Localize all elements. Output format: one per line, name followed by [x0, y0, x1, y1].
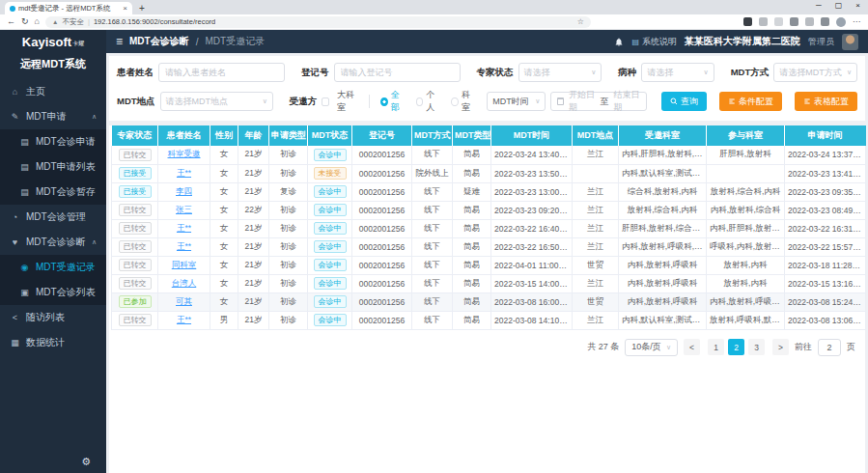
sidebar-item-follow-up-list[interactable]: <随访列表	[0, 305, 106, 330]
cell-age: 21岁	[238, 292, 269, 311]
cell-gender: 女	[210, 256, 238, 274]
chevron-down-icon: ∨	[263, 97, 267, 105]
cell-reg_no: 0002001256	[352, 311, 412, 329]
patient-name-link[interactable]: 科室受邀	[168, 149, 201, 158]
goto-page-input[interactable]	[818, 339, 841, 356]
sidebar-item-mdt-apply-list[interactable]: ▤MDT申请列表	[0, 154, 106, 180]
cell-invited_depts: 内科,放射科,呼吸科	[619, 274, 707, 292]
reg-no-input[interactable]	[334, 63, 461, 82]
window-minimize-button[interactable]: ─	[816, 1, 822, 10]
mdt-place-select[interactable]: 请选择MDT地点∨	[160, 92, 273, 111]
column-header-join_depts: 参与科室	[707, 125, 785, 146]
patient-name-link[interactable]: 张三	[176, 205, 192, 214]
date-range-picker[interactable]: 开始日期 至 结束日期	[550, 92, 647, 111]
refresh-button[interactable]: ↻	[21, 17, 29, 26]
browser-menu-icon[interactable]: ⋯	[853, 17, 861, 26]
sidebar-item-mdt-consult-diagnosis[interactable]: ♥MDT会诊诊断∧	[0, 230, 106, 255]
table-row: 已转交张三女22岁初诊会诊中0002001256线下简易2022-03-23 0…	[112, 201, 866, 219]
page-button-3[interactable]: 3	[748, 339, 765, 355]
settings-gear-icon[interactable]: ⚙	[81, 457, 91, 467]
patient-name-link[interactable]: 台湾人	[172, 278, 197, 288]
big-dept-checkbox-label[interactable]: 大科室	[337, 89, 358, 114]
time-field-select[interactable]: MDT时间∨	[487, 92, 546, 111]
expert-status-badge: 已参加	[119, 295, 152, 308]
favorites-star-icon[interactable]: ☆	[577, 17, 584, 26]
cell-apply_time: 2022-03-24 13:37:44	[785, 146, 866, 164]
sidebar-item-mdt-consult-manage[interactable]: ◔MDT会诊管理	[0, 205, 106, 230]
page-button-2[interactable]: 2	[728, 339, 744, 355]
cell-join_depts: 呼吸科,内科,放射科,影像科	[707, 237, 785, 256]
prev-page-button[interactable]: <	[684, 339, 700, 355]
patient-name-link[interactable]: 王**	[177, 315, 191, 324]
patient-name-link[interactable]: 王**	[177, 168, 191, 178]
radio-dept[interactable]: 科室	[451, 89, 475, 114]
sidebar-item-mdt-consult-apply[interactable]: ▤MDT会诊申请	[0, 129, 106, 154]
window-close-button[interactable]: ×	[855, 1, 860, 10]
table-config-button[interactable]: 表格配置	[795, 92, 857, 111]
cell-apply_type: 复诊	[269, 182, 308, 201]
page-size-select[interactable]: 10条/页∨	[625, 339, 678, 356]
user-avatar[interactable]	[842, 34, 858, 50]
column-header-apply_time: 申请时间	[785, 125, 866, 146]
sidebar-item-mdt-invite-record[interactable]: ◉MDT受邀记录	[0, 255, 106, 280]
browser-extension-icon[interactable]	[759, 17, 768, 26]
disease-select[interactable]: 请选择∨	[641, 63, 714, 82]
cell-name: 可其	[158, 292, 210, 311]
patient-name-link[interactable]: 可其	[176, 296, 192, 306]
patient-name-link[interactable]: 王**	[177, 223, 191, 233]
cell-join_depts	[707, 164, 785, 182]
search-button[interactable]: 查询	[661, 92, 707, 111]
mdt-status-badge: 会诊中	[314, 185, 347, 198]
browser-profile-avatar[interactable]	[836, 17, 846, 27]
browser-tab[interactable]: mdt受邀记录 - 远程MDT系统 ×	[5, 2, 132, 14]
radio-personal[interactable]: 个人	[416, 89, 440, 114]
patient-name-input[interactable]	[158, 63, 285, 82]
cell-invited_depts: 内科,肝胆科,放射科,综合科	[619, 146, 707, 164]
breadcrumb-section[interactable]: MDT会诊诊断	[129, 35, 189, 48]
mdt-status-badge: 会诊中	[314, 259, 347, 271]
sidebar-item-label: MDT会诊暂存	[36, 185, 96, 199]
window-maximize-button[interactable]: ▢	[835, 1, 843, 10]
patient-name-link[interactable]: 李四	[176, 186, 192, 196]
collapse-sidebar-icon[interactable]: ≡	[116, 36, 123, 47]
system-help-link[interactable]: ▤ 系统说明	[631, 36, 677, 48]
sidebar-item-mdt-consult-list[interactable]: ▣MDT会诊列表	[0, 280, 106, 305]
collections-icon[interactable]	[805, 17, 814, 26]
tab-close-icon[interactable]: ×	[123, 5, 127, 13]
cell-mdt_status: 会诊中	[308, 182, 352, 201]
patient-name-link[interactable]: 王**	[177, 241, 191, 251]
address-bar[interactable]: ▲ 不安全 | 192.168.0.156:9002/consultate/re…	[45, 16, 591, 28]
cell-mdt_time: 2022-03-15 14:00:00	[491, 274, 573, 292]
sidebar-item-mdt-apply[interactable]: ✎MDT申请∧	[0, 104, 106, 129]
mdt-mode-select[interactable]: 请选择MDT方式∨	[773, 63, 857, 82]
cell-mdt_mode: 线下	[412, 274, 453, 292]
browser-extension-icon[interactable]	[821, 17, 829, 26]
split-screen-icon[interactable]	[790, 17, 798, 26]
browser-extension-icon[interactable]	[774, 17, 783, 26]
browser-extension-icon[interactable]	[743, 17, 752, 26]
logo-suffix: 卡耀	[72, 40, 84, 48]
shield-icon: ▣	[19, 288, 30, 297]
cell-age: 21岁	[238, 311, 269, 329]
sidebar-item-mdt-consult-draft[interactable]: ▤MDT会诊暂存	[0, 180, 106, 205]
condition-config-button[interactable]: 条件配置	[719, 92, 782, 111]
page-button-1[interactable]: 1	[708, 339, 724, 355]
new-tab-button[interactable]: +	[139, 2, 145, 14]
cell-invited_depts: 内科,放射科,呼吸科	[619, 256, 707, 274]
sidebar-item-home[interactable]: ⌂主页	[0, 79, 106, 104]
notification-bell-icon[interactable]	[614, 37, 624, 47]
next-page-button[interactable]: >	[772, 339, 789, 355]
big-dept-checkbox[interactable]	[322, 97, 329, 106]
patient-name-link[interactable]: 同科室	[172, 260, 197, 269]
cell-mdt_mode: 线下	[412, 146, 453, 164]
expert-status-select[interactable]: 请选择∨	[518, 63, 602, 82]
cell-invited_depts: 内科,默认科室,测试科室	[619, 311, 707, 329]
sidebar-item-data-statistics[interactable]: ▦数据统计	[0, 330, 106, 355]
cell-invited_depts: 肝胆科,放射科,综合科,内科	[619, 219, 707, 237]
expert-status-badge: 已接受	[119, 185, 152, 198]
back-button[interactable]: ←	[7, 17, 15, 26]
expert-status-badge: 已转交	[119, 240, 152, 253]
cell-mdt_mode: 线下	[412, 292, 453, 311]
home-button[interactable]: ⌂	[35, 17, 40, 26]
radio-all[interactable]: 全部	[380, 89, 405, 114]
